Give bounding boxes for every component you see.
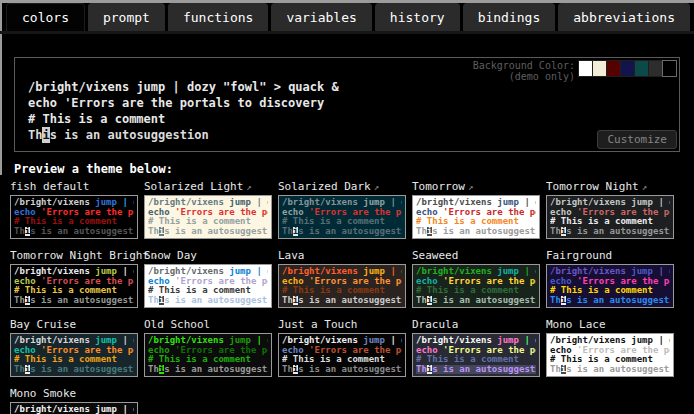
preview-line: # This is a comment	[550, 355, 670, 365]
preview-line: echo 'Errors are the portals to discover…	[416, 208, 536, 218]
preview-line-autosuggestion: This is an autosuggestion	[416, 365, 536, 375]
preview-line: # This is a comment	[550, 217, 670, 227]
theme-title: Old School	[144, 318, 272, 331]
preview-line-autosuggestion: This is an autosuggestion	[148, 296, 268, 306]
preview-line-autosuggestion: This is an autosuggestion	[550, 227, 670, 237]
theme-card-seaweed[interactable]: Seaweed/bright/vixens jump | dozy "fowl"…	[412, 249, 540, 308]
theme-title[interactable]: Solarized Dark↗	[278, 180, 406, 193]
preview-line-autosuggestion: This is an autosuggestion	[550, 365, 670, 375]
preview-line: # This is a comment	[148, 355, 268, 365]
theme-card-old-school[interactable]: Old School/bright/vixens jump | dozy "fo…	[144, 318, 272, 377]
theme-card-just-a-touch[interactable]: Just a Touch/bright/vixens jump | dozy "…	[278, 318, 406, 377]
theme-title[interactable]: Tomorrow↗	[412, 180, 540, 193]
preview-line: /bright/vixens jump | dozy "fowl" > quac…	[282, 198, 402, 208]
cursor-block: i	[42, 127, 49, 143]
bg-color-swatch[interactable]	[606, 60, 621, 77]
background-color-widget: Background Color: (demo only)	[473, 60, 677, 82]
theme-preview[interactable]: /bright/vixens jump | dozy "fowl" > quac…	[546, 195, 674, 239]
preview-line: # This is a comment	[416, 286, 536, 296]
theme-title: Dracula	[412, 318, 540, 331]
preview-line: /bright/vixens jump | dozy "fowl" > quac…	[14, 336, 134, 346]
theme-preview[interactable]: /bright/vixens jump | dozy "fowl" > quac…	[278, 195, 406, 239]
theme-title[interactable]: Solarized Light↗	[144, 180, 272, 193]
external-link-icon: ↗	[374, 182, 379, 192]
theme-card-solarized-dark[interactable]: Solarized Dark↗/bright/vixens jump | doz…	[278, 180, 406, 239]
bg-color-swatch[interactable]	[662, 60, 677, 77]
preview-theme-heading: Preview a theme below:	[14, 162, 173, 176]
bg-color-swatch[interactable]	[578, 60, 593, 77]
preview-line: echo 'Errors are the portals to discover…	[550, 277, 670, 287]
tab-variables[interactable]: variables	[271, 3, 371, 31]
preview-line: echo 'Errors are the portals to discover…	[14, 208, 134, 218]
tab-functions[interactable]: functions	[168, 3, 268, 31]
preview-line: echo 'Errors are the portals to discover…	[416, 346, 536, 356]
theme-preview[interactable]: /bright/vixens jump | dozy "fowl" > quac…	[278, 264, 406, 308]
theme-title: Snow Day	[144, 249, 272, 262]
theme-card-mono-lace[interactable]: Mono Lace/bright/vixens jump | dozy "fow…	[546, 318, 674, 377]
theme-card-tomorrow[interactable]: Tomorrow↗/bright/vixens jump | dozy "fow…	[412, 180, 540, 239]
customize-button[interactable]: Customize	[597, 130, 677, 149]
theme-preview[interactable]: /bright/vixens jump | dozy "fowl" > quac…	[412, 195, 540, 239]
preview-line: echo 'Errors are the portals to discover…	[282, 346, 402, 356]
terminal-preview-lines: /bright/vixens jump | dozy "fowl" > quac…	[28, 79, 339, 143]
preview-line: # This is a comment	[416, 217, 536, 227]
preview-line: echo 'Errors are the portals to discover…	[148, 208, 268, 218]
tab-history[interactable]: history	[375, 3, 460, 31]
theme-preview[interactable]: /bright/vixens jump | dozy "fowl" > quac…	[10, 333, 138, 377]
preview-line-autosuggestion: This is an autosuggestion	[282, 296, 402, 306]
theme-preview[interactable]: /bright/vixens jump | dozy "fowl" > quac…	[10, 402, 138, 414]
theme-card-tomorrow-night[interactable]: Tomorrow Night↗/bright/vixens jump | doz…	[546, 180, 674, 239]
bg-color-swatch[interactable]	[648, 60, 663, 77]
tab-abbreviations[interactable]: abbreviations	[558, 3, 690, 31]
preview-line: # This is a comment	[148, 286, 268, 296]
external-link-icon: ↗	[468, 182, 473, 192]
theme-preview[interactable]: /bright/vixens jump | dozy "fowl" > quac…	[546, 333, 674, 377]
theme-title[interactable]: Tomorrow Night Bright↗	[10, 249, 138, 262]
theme-card-lava[interactable]: Lava/bright/vixens jump | dozy "fowl" > …	[278, 249, 406, 308]
tab-prompt[interactable]: prompt	[88, 3, 165, 31]
theme-preview[interactable]: /bright/vixens jump | dozy "fowl" > quac…	[10, 195, 138, 239]
theme-card-mono-smoke[interactable]: Mono Smoke/bright/vixens jump | dozy "fo…	[10, 387, 138, 414]
preview-line: echo 'Errors are the portals to discover…	[14, 277, 134, 287]
preview-line: /bright/vixens jump | dozy "fowl" > quac…	[550, 198, 670, 208]
theme-card-tomorrow-night-bright[interactable]: Tomorrow Night Bright↗/bright/vixens jum…	[10, 249, 138, 308]
bg-color-swatch[interactable]	[620, 60, 635, 77]
theme-title: Bay Cruise	[10, 318, 138, 331]
preview-line: echo 'Errors are the portals to discover…	[550, 346, 670, 356]
preview-line: # This is a comment	[282, 217, 402, 227]
theme-preview[interactable]: /bright/vixens jump | dozy "fowl" > quac…	[144, 195, 272, 239]
external-link-icon: ↗	[246, 182, 251, 192]
tab-bindings[interactable]: bindings	[463, 3, 556, 31]
theme-preview[interactable]: /bright/vixens jump | dozy "fowl" > quac…	[144, 264, 272, 308]
preview-line: # This is a comment	[282, 355, 402, 365]
preview-line: /bright/vixens jump | dozy "fowl" > quac…	[14, 198, 134, 208]
theme-card-snow-day[interactable]: Snow Day/bright/vixens jump | dozy "fowl…	[144, 249, 272, 308]
bg-color-swatch[interactable]	[634, 60, 649, 77]
theme-card-fairground[interactable]: Fairground/bright/vixens jump | dozy "fo…	[546, 249, 674, 308]
tab-bar: colorspromptfunctionsvariableshistorybin…	[6, 3, 690, 31]
theme-preview[interactable]: /bright/vixens jump | dozy "fowl" > quac…	[144, 333, 272, 377]
preview-line: /bright/vixens jump | dozy "fowl" > quac…	[148, 198, 268, 208]
preview-line: /bright/vixens jump | dozy "fowl" > quac…	[282, 336, 402, 346]
theme-preview[interactable]: /bright/vixens jump | dozy "fowl" > quac…	[412, 264, 540, 308]
theme-preview[interactable]: /bright/vixens jump | dozy "fowl" > quac…	[278, 333, 406, 377]
theme-card-fish-default[interactable]: fish default/bright/vixens jump | dozy "…	[10, 180, 138, 239]
preview-line: echo 'Errors are the portals to discover…	[416, 277, 536, 287]
preview-line: echo 'Errors are the portals to discover…	[282, 208, 402, 218]
theme-title: Mono Lace	[546, 318, 674, 331]
theme-title: Just a Touch	[278, 318, 406, 331]
theme-preview[interactable]: /bright/vixens jump | dozy "fowl" > quac…	[546, 264, 674, 308]
theme-title[interactable]: Tomorrow Night↗	[546, 180, 674, 193]
theme-card-bay-cruise[interactable]: Bay Cruise/bright/vixens jump | dozy "fo…	[10, 318, 138, 377]
theme-preview[interactable]: /bright/vixens jump | dozy "fowl" > quac…	[10, 264, 138, 308]
theme-preview[interactable]: /bright/vixens jump | dozy "fowl" > quac…	[412, 333, 540, 377]
preview-line: # This is a comment	[416, 355, 536, 365]
tab-colors[interactable]: colors	[6, 3, 85, 31]
preview-line-autosuggestion: This is an autosuggestion	[28, 127, 339, 143]
preview-line: echo 'Errors are the portals to discover…	[282, 277, 402, 287]
theme-card-dracula[interactable]: Dracula/bright/vixens jump | dozy "fowl"…	[412, 318, 540, 377]
preview-line: /bright/vixens jump | dozy "fowl" > quac…	[416, 267, 536, 277]
preview-line: echo 'Errors are the portals to discover…	[148, 277, 268, 287]
theme-card-solarized-light[interactable]: Solarized Light↗/bright/vixens jump | do…	[144, 180, 272, 239]
bg-color-swatch[interactable]	[592, 60, 607, 77]
